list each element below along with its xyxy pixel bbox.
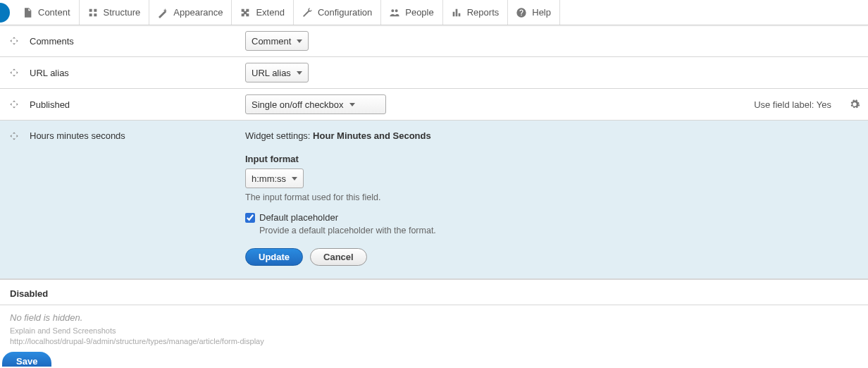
toolbar-reports-label: Reports [467,7,500,18]
chevron-down-icon [297,39,302,43]
toolbar-appearance-label: Appearance [173,7,223,18]
input-format-help: The input format used for this field. [245,192,857,202]
field-name: Hours minutes seconds [27,130,238,141]
structure-icon [87,6,99,19]
puzzle-icon [239,6,252,19]
drag-handle[interactable] [8,67,20,78]
toolbar-appearance[interactable]: Appearance [149,0,232,25]
widget-settings-line: Widget settings: Hour Minutes and Second… [245,130,857,141]
input-format-label: Input format [245,154,857,164]
toolbar-structure[interactable]: Structure [80,0,150,25]
toolbar-structure-label: Structure [104,7,141,18]
drag-handle[interactable] [8,99,20,110]
faint-text-2: http://localhost/drupal-9/admin/structur… [10,336,858,347]
widget-summary: Use field label: Yes [754,99,860,110]
people-icon [388,6,401,19]
toolbar-reports[interactable]: Reports [443,0,509,25]
toolbar-configuration[interactable]: Configuration [294,0,381,25]
wand-icon [156,6,169,19]
widget-settings-value: Hour Minutes and Seconds [313,130,431,141]
row-published: Published Single on/off checkbox Use fie… [0,89,868,121]
wrench-icon [301,6,314,19]
widget-select-url-alias[interactable]: URL alias [245,63,309,82]
disabled-heading: Disabled [10,288,858,299]
field-name: Published [27,99,238,110]
field-rows: Comments Comment URL alias URL alias Pub… [0,25,868,279]
input-format-select[interactable]: h:mm:ss [245,168,304,188]
toolbar-content[interactable]: Content [0,0,80,25]
widget-settings-prefix: Widget settings: [245,130,313,141]
bars-icon [450,6,463,19]
toolbar-extend[interactable]: Extend [232,0,293,25]
update-button[interactable]: Update [245,248,303,266]
toolbar-people[interactable]: People [381,0,442,25]
widget-select-comments[interactable]: Comment [245,31,309,51]
widget-select-value: Comment [252,36,291,47]
file-icon [21,6,34,19]
chevron-down-icon [297,71,302,75]
row-comments: Comments Comment [0,25,868,57]
chevron-down-icon [292,177,297,180]
default-placeholder-checkbox[interactable] [245,213,255,223]
help-icon [515,6,528,19]
widget-settings-panel: Widget settings: Hour Minutes and Second… [245,130,857,266]
field-name: URL alias [27,68,238,78]
toolbar-content-label: Content [38,7,70,18]
row-hms: Hours minutes seconds Widget settings: H… [0,121,868,279]
admin-toolbar: Content Structure Appearance Extend Conf… [0,0,868,25]
widget-select-value: Single on/off checkbox [252,99,344,110]
toolbar-help-label: Help [532,7,551,18]
default-placeholder-label: Default placeholder [259,212,338,223]
widget-select-published[interactable]: Single on/off checkbox [245,94,386,114]
field-name: Comments [27,36,238,47]
widget-select-value: URL alias [252,68,291,78]
toolbar-configuration-label: Configuration [318,7,372,18]
disabled-empty-text: No field is hidden. [10,312,858,323]
drag-handle[interactable] [8,35,20,47]
default-placeholder-help: Provide a default placeholder with the f… [259,226,857,235]
cancel-button[interactable]: Cancel [310,248,367,266]
row-url-alias: URL alias URL alias [0,57,868,89]
drag-handle[interactable] [8,130,20,142]
chevron-down-icon [349,103,355,106]
settings-gear-button[interactable] [848,98,861,111]
toolbar-extend-label: Extend [256,7,284,18]
input-format-value: h:mm:ss [252,173,286,184]
disabled-section: Disabled No field is hidden. Explain and… [0,279,868,348]
toolbar-people-label: People [405,7,433,18]
toolbar-help[interactable]: Help [508,0,560,25]
faint-text-1: Explain and Send Screenshots [10,326,858,336]
save-button[interactable]: Save [2,352,51,367]
